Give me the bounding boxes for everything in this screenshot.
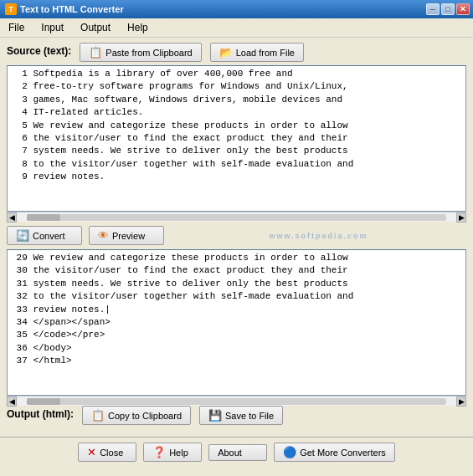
scroll-right-btn[interactable]: ▶ bbox=[456, 212, 466, 223]
out-scroll-left-btn[interactable]: ◀ bbox=[7, 397, 17, 407]
menu-input[interactable]: Input bbox=[36, 20, 69, 35]
more-icon: 🔵 bbox=[283, 446, 296, 458]
minimize-button[interactable]: ─ bbox=[426, 3, 440, 15]
scroll-left-btn[interactable]: ◀ bbox=[7, 212, 17, 223]
output-text-area-wrapper bbox=[7, 249, 466, 396]
menu-file[interactable]: File bbox=[3, 20, 29, 35]
out-scroll-thumb[interactable] bbox=[27, 398, 60, 405]
more-converters-button[interactable]: 🔵 Get More Converters bbox=[274, 443, 395, 462]
watermark-text: www.softpedia.com bbox=[171, 232, 466, 240]
help-icon: ❓ bbox=[152, 446, 166, 458]
bottom-bar: ✕ Close ❓ Help About 🔵 Get More Converte… bbox=[0, 437, 473, 467]
source-hscrollbar[interactable]: ◀ ▶ bbox=[7, 212, 466, 222]
copy-clipboard-button[interactable]: 📋 Copy to Clipboard bbox=[82, 406, 191, 425]
maximize-button[interactable]: □ bbox=[441, 3, 455, 15]
output-header: Output (html): 📋 Copy to Clipboard 💾 Sav… bbox=[7, 406, 466, 425]
output-textarea[interactable] bbox=[8, 250, 465, 395]
load-file-button[interactable]: 📂 Load from File bbox=[210, 43, 304, 62]
preview-icon: 👁 bbox=[98, 229, 109, 242]
preview-button[interactable]: 👁 Preview bbox=[89, 226, 164, 245]
window-controls: ─ □ ✕ bbox=[426, 3, 470, 15]
paste-clipboard-button[interactable]: 📋 Paste from Clipboard bbox=[80, 43, 201, 62]
convert-button[interactable]: 🔄 Convert bbox=[7, 226, 82, 245]
paste-icon: 📋 bbox=[89, 46, 102, 59]
source-header: Source (text): 📋 Paste from Clipboard 📂 … bbox=[7, 43, 466, 62]
main-content: Source (text): 📋 Paste from Clipboard 📂 … bbox=[0, 38, 473, 433]
source-label: Source (text): bbox=[7, 45, 71, 57]
save-file-button[interactable]: 💾 Save to File bbox=[199, 406, 283, 425]
convert-bar: 🔄 Convert 👁 Preview www.softpedia.com bbox=[7, 222, 466, 249]
menu-bar: File Input Output Help bbox=[0, 18, 473, 38]
save-icon: 💾 bbox=[208, 409, 222, 422]
output-label: Output (html): bbox=[7, 408, 74, 420]
out-scroll-right-btn[interactable]: ▶ bbox=[456, 397, 466, 407]
source-text-area-wrapper bbox=[7, 65, 466, 212]
out-scroll-track bbox=[27, 398, 446, 405]
close-icon: ✕ bbox=[87, 446, 96, 458]
app-icon: T bbox=[5, 3, 17, 15]
title-bar: T Text to HTML Converter ─ □ ✕ bbox=[0, 0, 473, 18]
scroll-thumb[interactable] bbox=[27, 214, 60, 221]
load-icon: 📂 bbox=[219, 46, 233, 59]
help-button[interactable]: ❓ Help bbox=[143, 443, 202, 462]
menu-output[interactable]: Output bbox=[75, 20, 116, 35]
close-button[interactable]: ✕ Close bbox=[78, 443, 136, 462]
convert-icon: 🔄 bbox=[16, 229, 29, 242]
copy-icon: 📋 bbox=[91, 409, 105, 422]
window-title: Text to HTML Converter bbox=[20, 4, 124, 14]
scroll-track bbox=[27, 214, 446, 221]
source-textarea[interactable] bbox=[8, 66, 465, 211]
close-window-button[interactable]: ✕ bbox=[456, 3, 470, 15]
about-button[interactable]: About bbox=[208, 444, 267, 461]
output-hscrollbar[interactable]: ◀ ▶ bbox=[7, 396, 466, 406]
menu-help[interactable]: Help bbox=[122, 20, 153, 35]
